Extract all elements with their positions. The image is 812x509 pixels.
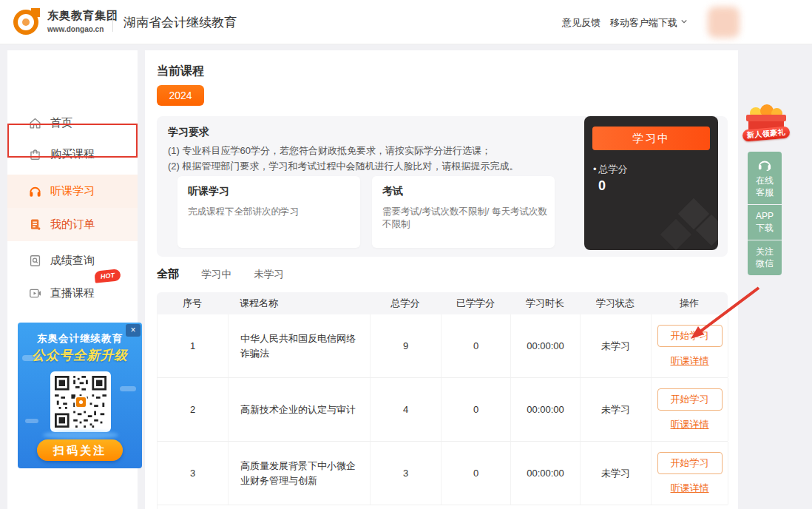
home-icon bbox=[28, 116, 42, 130]
brand-name: 东奥教育集团 bbox=[47, 9, 118, 23]
mobile-download-menu[interactable]: 移动客户端下载 bbox=[610, 16, 687, 30]
cell-total-credits: 9 bbox=[371, 314, 441, 377]
site-title: 湖南省会计继续教育 bbox=[124, 14, 237, 31]
col-total-credits: 总学分 bbox=[370, 297, 441, 310]
card-desc: 需要考试/考试次数不限制/ 每天考试次数不限制 bbox=[382, 206, 547, 231]
col-actions: 操作 bbox=[651, 297, 728, 310]
header-divider bbox=[112, 13, 113, 32]
sidebar-item-orders[interactable]: 我的订单 bbox=[7, 208, 138, 241]
card-title: 听课学习 bbox=[188, 185, 229, 198]
cell-duration: 00:00:00 bbox=[511, 378, 581, 441]
cell-course-name: 高质量发展背景下中小微企业财务管理与创新 bbox=[229, 442, 371, 505]
cell-actions: 开始学习 听课详情 bbox=[652, 314, 728, 377]
sidebar-item-live[interactable]: 直播课程 bbox=[7, 277, 138, 309]
cell-earned-credits: 0 bbox=[441, 314, 511, 377]
col-earned-credits: 已学学分 bbox=[441, 297, 510, 310]
total-credits-label: 总学分 bbox=[593, 163, 628, 176]
sidebar-item-study[interactable]: 听课学习 bbox=[7, 175, 138, 208]
course-table: 序号 课程名称 总学分 已学学分 学习时长 学习状态 操作 1 中华人民共和国反… bbox=[157, 292, 728, 509]
course-detail-link[interactable]: 听课详情 bbox=[671, 418, 709, 431]
cell-actions: 开始学习 听课详情 bbox=[652, 442, 728, 505]
app-download-button[interactable]: APP下载 bbox=[748, 205, 782, 240]
cell-status: 未学习 bbox=[581, 442, 652, 505]
qr-promo-banner[interactable]: × 东奥会计继续教育 公众号全新升级 bbox=[18, 323, 142, 468]
card-desc: 完成课程下全部讲次的学习 bbox=[188, 206, 353, 218]
requirement-line: (2) 根据管理部门要求，学习和考试过程中会随机进行人脸比对，请根据提示完成。 bbox=[168, 160, 519, 173]
cell-no: 2 bbox=[158, 378, 229, 441]
headphones-icon bbox=[28, 184, 42, 198]
qr-center-logo bbox=[75, 396, 87, 408]
brand-url: www.dongao.cn bbox=[47, 25, 118, 33]
start-study-button[interactable]: 开始学习 bbox=[657, 325, 723, 347]
feedback-link[interactable]: 意见反馈 bbox=[562, 16, 600, 30]
requirement-line: (1) 专业科目应学60学分，若您符合财政抵免要求，请按实际学分进行选课； bbox=[168, 144, 491, 158]
course-detail-link[interactable]: 听课详情 bbox=[671, 482, 709, 495]
next-row-clipped bbox=[157, 505, 728, 509]
cell-actions: 开始学习 听课详情 bbox=[652, 378, 728, 441]
headset-icon bbox=[757, 158, 773, 172]
col-duration: 学习时长 bbox=[510, 297, 580, 310]
sidebar-item-label: 听课学习 bbox=[50, 184, 95, 198]
sidebar-item-label: 直播课程 bbox=[50, 286, 95, 300]
cell-status: 未学习 bbox=[581, 314, 652, 377]
mobile-download-label: 移动客户端下载 bbox=[610, 17, 677, 28]
new-user-gift-banner[interactable]: 新人领豪礼 bbox=[744, 106, 790, 149]
col-no: 序号 bbox=[157, 297, 228, 310]
tab-all[interactable]: 全部 bbox=[157, 267, 179, 281]
scan-follow-button[interactable]: 扫码关注 bbox=[37, 439, 123, 461]
live-video-icon bbox=[28, 286, 42, 300]
qr-code bbox=[50, 371, 111, 432]
start-study-button[interactable]: 开始学习 bbox=[657, 388, 723, 411]
table-row: 2 高新技术企业的认定与审计 4 0 00:00:00 未学习 开始学习 听课详… bbox=[157, 378, 728, 442]
cell-status: 未学习 bbox=[581, 378, 652, 441]
sidebar: 首页 购买课程 听课学习 我的订单 成绩查询 直播课程 HOT × bbox=[7, 50, 138, 509]
tab-in-progress[interactable]: 学习中 bbox=[201, 268, 231, 281]
shopping-bag-icon bbox=[28, 147, 42, 161]
cell-total-credits: 3 bbox=[371, 442, 441, 505]
sidebar-item-label: 首页 bbox=[50, 116, 72, 130]
cell-course-name: 中华人民共和国反电信网络诈骗法 bbox=[229, 314, 371, 377]
cell-course-name: 高新技术企业的认定与审计 bbox=[229, 378, 371, 441]
card-title: 考试 bbox=[382, 185, 403, 198]
sidebar-item-label: 成绩查询 bbox=[50, 254, 95, 268]
col-course-name: 课程名称 bbox=[228, 297, 370, 310]
floating-rail: 在线客服 APP下载 关注微信 bbox=[748, 152, 782, 276]
cell-duration: 00:00:00 bbox=[511, 442, 581, 505]
tab-not-started[interactable]: 未学习 bbox=[254, 268, 284, 281]
cell-earned-credits: 0 bbox=[441, 378, 511, 441]
order-document-icon bbox=[28, 218, 42, 232]
page-title: 当前课程 bbox=[157, 64, 204, 79]
chevron-down-icon bbox=[681, 18, 687, 24]
main-panel: 当前课程 2024 学习要求 (1) 专业科目应学60学分，若您符合财政抵免要求… bbox=[145, 50, 738, 509]
user-avatar[interactable] bbox=[708, 7, 740, 38]
table-row: 1 中华人民共和国反电信网络诈骗法 9 0 00:00:00 未学习 开始学习 … bbox=[157, 314, 728, 378]
start-study-button[interactable]: 开始学习 bbox=[657, 452, 723, 474]
course-detail-link[interactable]: 听课详情 bbox=[671, 354, 709, 368]
col-status: 学习状态 bbox=[580, 297, 651, 310]
qr-banner-subtitle: 公众号全新升级 bbox=[18, 346, 142, 364]
dongao-logo-icon[interactable] bbox=[13, 8, 41, 36]
follow-wechat-button[interactable]: 关注微信 bbox=[748, 240, 782, 275]
sidebar-item-buy-courses[interactable]: 购买课程 bbox=[7, 138, 138, 170]
year-tab-2024[interactable]: 2024 bbox=[157, 85, 204, 106]
total-credits-value: 0 bbox=[598, 178, 606, 194]
rail-button-label: 在线客服 bbox=[754, 175, 775, 198]
cell-duration: 00:00:00 bbox=[511, 314, 581, 377]
page: 东奥教育集团 www.dongao.cn 湖南省会计继续教育 意见反馈 移动客户… bbox=[0, 0, 812, 509]
brand-block: 东奥教育集团 www.dongao.cn bbox=[47, 9, 118, 33]
top-header: 东奥教育集团 www.dongao.cn 湖南省会计继续教育 意见反馈 移动客户… bbox=[0, 0, 812, 44]
requirements-title: 学习要求 bbox=[168, 126, 209, 139]
table-row: 3 高质量发展背景下中小微企业财务管理与创新 3 0 00:00:00 未学习 … bbox=[157, 442, 728, 505]
qr-banner-title: 东奥会计继续教育 bbox=[18, 332, 142, 345]
table-header: 序号 课程名称 总学分 已学学分 学习时长 学习状态 操作 bbox=[157, 292, 728, 314]
exam-requirement-card: 考试 需要考试/考试次数不限制/ 每天考试次数不限制 bbox=[372, 176, 555, 248]
score-search-icon bbox=[28, 254, 42, 268]
cell-earned-credits: 0 bbox=[441, 442, 511, 505]
online-service-button[interactable]: 在线客服 bbox=[748, 152, 782, 204]
filter-tabs: 全部 学习中 未学习 bbox=[157, 267, 303, 282]
studying-status-button[interactable]: 学习中 bbox=[592, 127, 710, 150]
cell-no: 3 bbox=[158, 442, 229, 505]
study-status-card: DONGAO 学习中 总学分 0 bbox=[584, 116, 718, 250]
sidebar-item-label: 我的订单 bbox=[50, 218, 95, 232]
sidebar-item-home[interactable]: 首页 bbox=[7, 107, 138, 139]
